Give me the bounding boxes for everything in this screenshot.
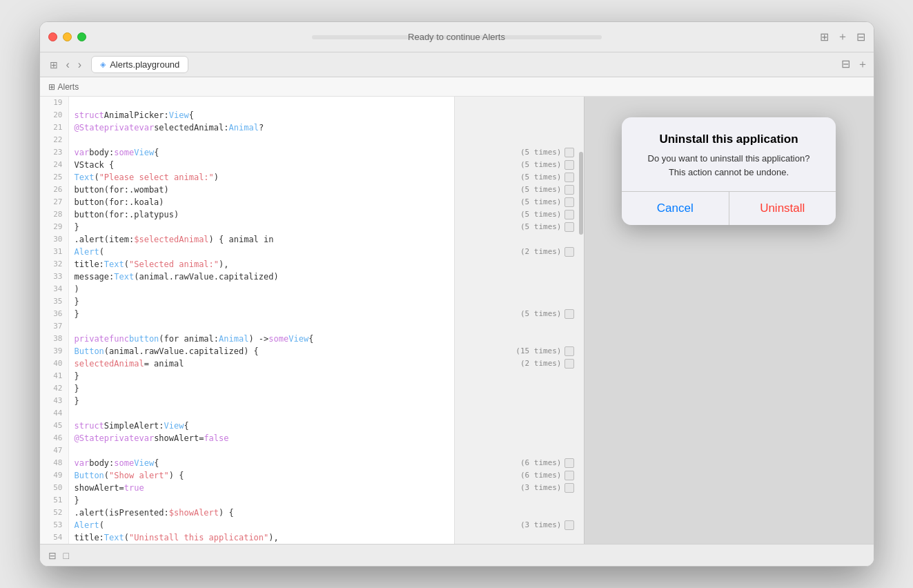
code-line: } (75, 221, 454, 233)
close-button[interactable] (48, 32, 57, 41)
cancel-button[interactable]: Cancel (622, 192, 729, 225)
line-number: 53 (40, 519, 68, 531)
exec-count (455, 320, 578, 333)
code-line: button(for: .platypus) (75, 208, 454, 221)
code-line: title: Text("Selected animal:"), (75, 258, 454, 271)
exec-count: (5 times) (455, 196, 578, 208)
code-token: : (164, 109, 169, 121)
exec-badge[interactable] (565, 197, 574, 207)
code-line: struct AnimalPicker: View { (75, 109, 454, 121)
code-token: ) { (219, 507, 234, 519)
code-token: button (129, 333, 159, 345)
exec-badge[interactable] (565, 458, 574, 468)
exec-count (455, 395, 578, 407)
tabsbar-right: ⊟ ＋ (841, 57, 868, 72)
code-token: $selectedAnimal (134, 233, 208, 246)
grid-view-icon[interactable]: ⊞ (46, 58, 62, 72)
bottom-bar: ⊟ □ (40, 544, 874, 566)
code-token: ) (164, 184, 169, 196)
exec-badge[interactable] (565, 346, 574, 356)
columns-icon[interactable]: ⊟ (841, 57, 850, 72)
exec-count-label: (5 times) (520, 159, 562, 171)
code-token: ) (159, 196, 164, 208)
titlebar: Ready to continue Alerts ⊞ ＋ ⊟ (40, 22, 874, 52)
code-token: = animal (144, 357, 184, 370)
code-token: .alert (75, 233, 104, 246)
code-token: Text (104, 531, 124, 544)
code-token: Text (75, 171, 95, 184)
code-token: private (104, 121, 139, 134)
scrollbar-thumb (579, 152, 583, 235)
code-token: .wombat (129, 184, 164, 196)
add-tab-icon[interactable]: ＋ (857, 57, 868, 72)
minimize-button[interactable] (63, 32, 72, 41)
exec-count-label: (5 times) (520, 196, 562, 208)
layout-icon[interactable]: ⊟ (856, 30, 865, 43)
code-token: title: (75, 531, 104, 544)
sidebar-toggle-icon[interactable]: ⊞ (820, 30, 829, 43)
code-token: } (75, 295, 79, 308)
uninstall-button[interactable]: Uninstall (729, 192, 836, 225)
code-token: @State (75, 432, 104, 444)
code-token: "Show alert" (109, 469, 169, 482)
code-line: Alert( (75, 519, 454, 531)
code-token: Alert (75, 519, 99, 531)
scrollbar-track[interactable] (578, 97, 584, 544)
exec-badge[interactable] (565, 148, 574, 157)
code-token: @State (75, 121, 104, 134)
forward-button[interactable]: › (74, 57, 86, 72)
exec-badge[interactable] (565, 173, 574, 182)
line-number: 28 (40, 208, 68, 221)
back-button[interactable]: ‹ (62, 57, 74, 72)
exec-count: (5 times) (455, 221, 578, 233)
code-token: = (119, 482, 124, 494)
code-token: Text (114, 271, 134, 283)
alert-buttons: Cancel Uninstall (622, 192, 836, 225)
exec-badge[interactable] (565, 309, 574, 319)
exec-count (455, 271, 578, 283)
code-token: : (109, 146, 114, 159)
code-token: button (75, 196, 104, 208)
exec-badge[interactable] (565, 483, 574, 493)
code-token: var (75, 457, 90, 469)
exec-count (455, 97, 578, 109)
code-token: button (75, 184, 104, 196)
line-number: 54 (40, 531, 68, 544)
code-token: func (109, 333, 129, 345)
bottom-icons: ⊟ □ (48, 550, 69, 561)
exec-badge[interactable] (565, 222, 574, 232)
exec-count-label: (2 times) (520, 357, 562, 370)
line-number: 50 (40, 482, 68, 494)
code-token: "Please select animal:" (99, 171, 214, 184)
maximize-button[interactable] (77, 32, 86, 41)
alerts-playground-tab[interactable]: ◈ Alerts.playground (91, 56, 188, 73)
exec-count: (5 times) (455, 208, 578, 221)
exec-count (455, 134, 578, 146)
add-icon[interactable]: ＋ (837, 30, 848, 44)
code-area[interactable]: struct AnimalPicker: View { @State priva… (69, 97, 454, 544)
code-line: } (75, 395, 454, 407)
exec-count-label: (5 times) (520, 221, 562, 233)
code-scroll[interactable]: 1920212223242526272829303132333435363738… (40, 97, 584, 544)
code-token: var (75, 146, 90, 159)
expand-icon[interactable]: □ (63, 550, 69, 561)
exec-panel: (5 times)(5 times)(5 times)(5 times)(5 t… (454, 97, 578, 544)
exec-badge[interactable] (565, 247, 574, 257)
line-number: 39 (40, 345, 68, 357)
exec-count-label: (5 times) (520, 308, 562, 320)
code-line (75, 407, 454, 420)
exec-count (455, 333, 578, 345)
exec-badge[interactable] (565, 160, 574, 170)
code-line: Button("Show alert") { (75, 469, 454, 482)
exec-badge[interactable] (565, 359, 574, 369)
exec-badge[interactable] (565, 185, 574, 195)
exec-badge[interactable] (565, 210, 574, 219)
exec-badge[interactable] (565, 471, 574, 480)
code-token: = (199, 432, 204, 444)
code-token: message: (75, 271, 115, 283)
split-view-icon[interactable]: ⊟ (48, 550, 57, 561)
code-line (75, 134, 454, 146)
exec-count (455, 295, 578, 308)
exec-badge[interactable] (565, 520, 574, 530)
code-token: : (159, 420, 164, 432)
